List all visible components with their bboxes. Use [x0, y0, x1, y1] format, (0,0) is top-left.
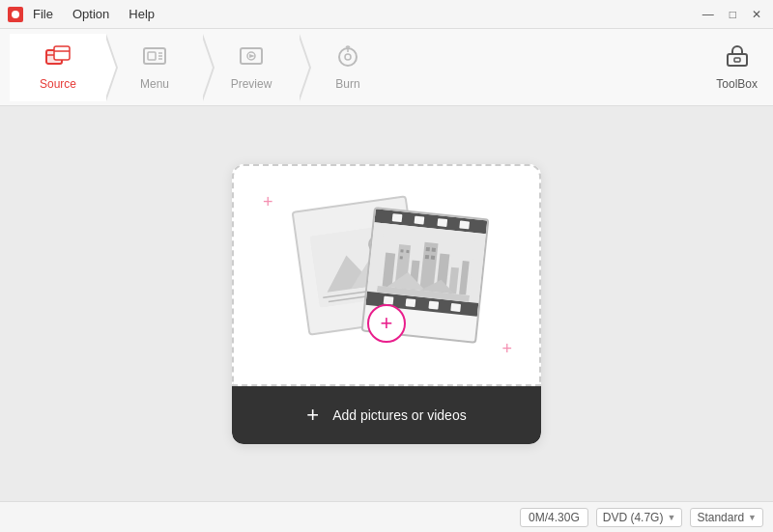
filmstrip-hole: [391, 213, 402, 222]
tab-preview-label: Preview: [231, 77, 272, 91]
filmstrip-content: [367, 222, 486, 303]
menu-option[interactable]: Option: [69, 5, 113, 23]
quality-label: Standard: [697, 511, 744, 524]
svg-rect-17: [728, 54, 747, 66]
menu-help[interactable]: Help: [125, 5, 158, 23]
filmstrip-hole: [415, 215, 425, 224]
svg-rect-18: [734, 58, 740, 62]
toolbox-icon: [724, 44, 751, 73]
add-media-plus[interactable]: +: [367, 304, 406, 343]
svg-rect-7: [148, 52, 156, 60]
dvd-label: DVD (4.7G): [603, 511, 664, 524]
add-bar-plus-icon: +: [306, 403, 319, 428]
drop-zone-inner: + +: [232, 164, 541, 386]
size-indicator: 0M/4.30G: [520, 508, 588, 527]
title-bar: File Option Help — □ ✕: [0, 0, 773, 29]
drop-zone[interactable]: + +: [232, 164, 541, 444]
svg-point-0: [12, 11, 19, 18]
deco-plus-topleft: +: [263, 193, 273, 210]
preview-nav-icon: [238, 44, 265, 73]
tab-burn-label: Burn: [335, 77, 359, 91]
minimize-button[interactable]: —: [699, 7, 718, 22]
menu-file[interactable]: File: [29, 5, 57, 23]
status-bar: 0M/4.30G DVD (4.7G) ▼ Standard ▼: [0, 501, 773, 532]
tab-menu[interactable]: Menu: [106, 34, 203, 101]
tab-source[interactable]: Source: [10, 34, 106, 101]
quality-chevron-icon: ▼: [748, 513, 757, 522]
quality-select[interactable]: Standard ▼: [690, 508, 763, 527]
close-button[interactable]: ✕: [748, 7, 765, 22]
tab-source-label: Source: [40, 77, 76, 91]
menu-nav-icon: [141, 44, 168, 73]
dvd-select[interactable]: DVD (4.7G) ▼: [596, 508, 683, 527]
illustration: +: [290, 193, 483, 357]
dvd-chevron-icon: ▼: [667, 513, 675, 522]
filmstrip-hole: [406, 298, 416, 307]
main-content: + +: [0, 106, 773, 501]
burn-nav-icon: [334, 44, 361, 73]
tab-preview[interactable]: Preview: [203, 34, 300, 101]
add-bar-label: Add pictures or videos: [332, 407, 467, 423]
app-icon: [8, 7, 23, 22]
maximize-button[interactable]: □: [726, 7, 740, 22]
menu-bar: File Option Help: [29, 5, 158, 23]
svg-point-15: [345, 54, 351, 60]
filmstrip-hole: [460, 220, 471, 229]
toolbox-button[interactable]: ToolBox: [716, 44, 758, 91]
filmstrip-hole: [451, 303, 462, 312]
source-icon: [44, 44, 72, 73]
deco-plus-bottomright: +: [501, 340, 512, 357]
tab-menu-label: Menu: [140, 77, 169, 91]
filmstrip-hole: [437, 218, 447, 227]
tab-burn[interactable]: Burn: [300, 34, 396, 101]
nav-tabs: Source Menu Pr: [10, 34, 396, 101]
toolbox-label: ToolBox: [716, 77, 758, 91]
toolbar: Source Menu Pr: [0, 29, 773, 106]
add-bar[interactable]: + Add pictures or videos: [232, 386, 541, 444]
filmstrip-hole: [428, 300, 439, 309]
window-controls: — □ ✕: [699, 7, 765, 22]
svg-rect-4: [54, 46, 70, 60]
